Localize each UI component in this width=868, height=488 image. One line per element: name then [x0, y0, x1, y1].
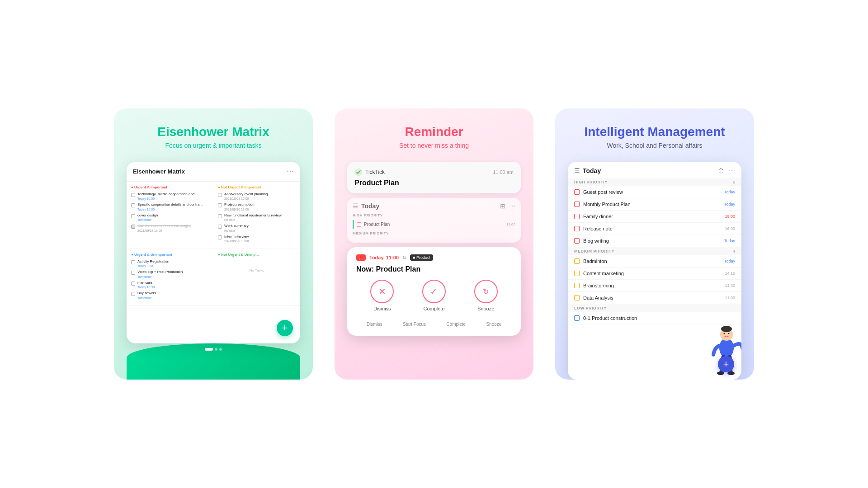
- im-task-name: Monthly Product Plan: [583, 202, 721, 207]
- reminder-notification: TickTick 11:00 am Product Plan: [347, 162, 521, 193]
- em-header: Eisenhower Matrix ⋯: [127, 162, 300, 182]
- dismiss-circle[interactable]: ✕: [370, 280, 394, 303]
- pagination-dot: [215, 348, 217, 351]
- today-screen-title: Today: [361, 202, 379, 210]
- em-quadrant-not-urgent-unimportant: ● Not Urgent & Unimp... No Tasks: [213, 249, 300, 306]
- em-checkbox[interactable]: [131, 260, 135, 264]
- today-header: ☰ Today ⊞ ⋯: [353, 202, 515, 210]
- task-checkbox[interactable]: [357, 222, 361, 227]
- em-task-time: 2021/09/28 10:00: [224, 239, 249, 243]
- im-header-left: ☰ Today: [574, 167, 601, 174]
- em-checkbox[interactable]: [131, 292, 135, 296]
- em-checkbox[interactable]: [131, 271, 135, 275]
- reminder-card: Reminder Set to never miss a thing TickT…: [335, 108, 533, 380]
- em-task-name: Project resumption: [224, 202, 255, 207]
- im-task-row: Release note 16:00: [568, 223, 741, 235]
- more-icon: ⋯: [509, 202, 515, 210]
- im-checkbox[interactable]: [574, 214, 580, 219]
- em-checkbox[interactable]: [218, 235, 222, 239]
- im-task-row: Monthly Product Plan Today: [568, 198, 741, 211]
- im-task-row: Blog writing Today: [568, 235, 741, 247]
- em-task-time: Today 10:00: [137, 197, 198, 200]
- em-checkbox[interactable]: [131, 203, 135, 207]
- svg-point-5: [727, 371, 735, 375]
- em-checkbox[interactable]: [131, 214, 135, 218]
- bottom-focus-btn[interactable]: Start Focus: [403, 322, 426, 327]
- popup-task-name: Now: Product Plan: [356, 265, 512, 273]
- em-task-name: manicure: [137, 281, 155, 285]
- im-task-row: Content marketing 14:15: [568, 267, 741, 280]
- intelligent-phone: ☰ Today ⏱ ⋯ HIGH PRIORITY 6 Guest post r…: [568, 162, 741, 380]
- im-task-row: Brainstorming 11:30: [568, 280, 741, 292]
- bottom-complete-btn[interactable]: Complete: [446, 322, 466, 327]
- im-checkbox[interactable]: [574, 189, 580, 195]
- em-header-title: Eisenhower Matrix: [133, 168, 185, 175]
- eisenhower-title: Eisenhower Matrix: [157, 125, 269, 139]
- im-header-right: ⏱ ⋯: [718, 167, 735, 174]
- bottom-snooze-btn[interactable]: Snooze: [486, 322, 501, 327]
- popup-meta-time: Today, 11:00: [369, 255, 399, 260]
- em-task-name: Technology .media cooperation and...: [137, 192, 198, 197]
- im-checkbox-yellow[interactable]: [574, 271, 580, 276]
- em-task: manicure Today 18:30: [131, 281, 208, 289]
- em-dots-icon[interactable]: ⋯: [287, 167, 294, 176]
- im-task-row: Data Analysis 11:00: [568, 292, 741, 304]
- em-task: Work summary No date: [218, 224, 296, 232]
- ticktick-icon: [354, 168, 363, 176]
- reminder-wrapper: TickTick 11:00 am Product Plan ☰ Today ⊞…: [347, 162, 521, 336]
- im-checkbox-yellow[interactable]: [574, 283, 580, 288]
- im-task-time: Today: [724, 202, 735, 206]
- im-medium-priority-header: MEDIUM PRIORITY 4: [568, 247, 741, 255]
- popup-bottom-bar: Dismiss Start Focus Complete Snooze: [356, 317, 512, 327]
- im-header-title: Today: [583, 167, 601, 174]
- im-fab-button[interactable]: +: [718, 356, 734, 372]
- snooze-action[interactable]: ↻ Snooze: [474, 280, 498, 311]
- im-task-time: Today: [724, 259, 735, 263]
- complete-label: Complete: [423, 306, 444, 311]
- em-task-name: Call the boss to report the progr...: [137, 224, 191, 228]
- im-checkbox-yellow[interactable]: [574, 295, 580, 300]
- em-no-tasks: No Tasks: [218, 259, 296, 282]
- complete-circle[interactable]: ✓: [422, 280, 446, 303]
- em-checkbox[interactable]: [218, 193, 222, 197]
- eisenhower-bottom-blob: [127, 343, 300, 380]
- em-task-time: 2021/09/20 17:00: [224, 208, 255, 211]
- eisenhower-phone: Eisenhower Matrix ⋯ ● Urgent & Important…: [127, 162, 300, 343]
- em-task-name: Buy flowers: [137, 291, 156, 296]
- im-checkbox[interactable]: [574, 226, 580, 231]
- task-name: Product Plan: [364, 222, 504, 227]
- em-checkbox[interactable]: [218, 225, 222, 229]
- em-checkbox[interactable]: [131, 282, 135, 286]
- main-container: Eisenhower Matrix Focus on urgent & impo…: [0, 90, 868, 398]
- notif-app: TickTick: [354, 168, 385, 176]
- im-checkbox-yellow[interactable]: [574, 258, 580, 264]
- im-task-row: Badminton Today: [568, 255, 741, 267]
- im-high-count: 6: [733, 180, 735, 184]
- bottom-dismiss-btn[interactable]: Dismiss: [367, 322, 382, 327]
- im-task-name: Badminton: [583, 258, 721, 264]
- im-more-icon: ⋯: [729, 167, 735, 174]
- em-checkbox[interactable]: [218, 214, 222, 218]
- em-checkbox[interactable]: [131, 193, 135, 197]
- em-task: Intern interview 2021/09/28 10:00: [218, 235, 296, 243]
- pagination-dot-active: [205, 348, 213, 351]
- em-q2-label: ● Not Urgent & Important: [218, 185, 296, 189]
- im-high-label: HIGH PRIORITY: [574, 180, 608, 184]
- complete-action[interactable]: ✓ Complete: [422, 280, 446, 311]
- im-checkbox[interactable]: [574, 238, 580, 244]
- em-checkbox[interactable]: [218, 203, 222, 207]
- snooze-circle[interactable]: ↻: [474, 280, 498, 303]
- em-task-time: Today 18:30: [137, 286, 155, 289]
- im-checkbox[interactable]: [574, 202, 580, 207]
- em-checkbox-checked[interactable]: [131, 225, 135, 229]
- dismiss-action[interactable]: ✕ Dismiss: [370, 280, 394, 311]
- reminder-today-screen: ☰ Today ⊞ ⋯ HIGH PRIORITY Product Plan 1…: [347, 198, 521, 243]
- em-task-name: Work summary: [224, 224, 249, 228]
- intelligent-card: Intelligent Management Work, School and …: [555, 108, 754, 380]
- em-fab-button[interactable]: +: [277, 320, 293, 336]
- svg-point-1: [719, 338, 734, 358]
- im-checkbox-blue[interactable]: [574, 315, 580, 321]
- dismiss-label: Dismiss: [373, 306, 391, 311]
- im-medium-count: 4: [733, 249, 735, 253]
- em-task: New functional requirements review No da…: [218, 213, 296, 221]
